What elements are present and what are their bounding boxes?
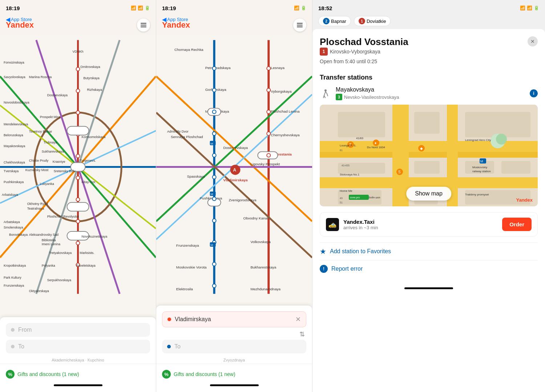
svg-text:Chekhovskaya: Chekhovskaya [4,161,25,164]
tab-barnaul[interactable]: 2 Bapnar [318,16,351,26]
svg-text:Бейн шоп: Бейн шоп [369,196,380,199]
svg-text:Vladimirskaya: Vladimirskaya [223,178,248,182]
svg-text:◆: ◆ [420,146,423,150]
svg-text:Ploshchad Lenina: Ploshchad Lenina [271,109,300,113]
swap-button-2[interactable]: ⇅ [299,330,306,338]
signal-icon-2: 📶 [294,5,299,11]
panel-divider-2 [156,364,312,364]
svg-text:Polyanka: Polyanka [42,264,55,267]
menu-button-2[interactable] [293,19,306,32]
svg-text:81: 81 [340,149,343,151]
transfer-walk-icon [320,88,331,99]
detail-tabs: 2 Bapnar 1 Doviatkie [312,16,545,29]
menu-button-1[interactable] [137,19,150,32]
status-icons-2: 📶 🔋 [294,5,306,11]
gifts-bar-2[interactable]: % Gifts and discounts (1 new) [162,367,306,380]
clear-button-2[interactable]: ✕ [295,315,301,323]
order-button[interactable]: Order [502,218,532,231]
svg-text:♦: ♦ [375,141,376,145]
status-time-2: 18:19 [162,5,176,11]
gifts-bar-1[interactable]: % Gifts and discounts (1 new) [6,367,150,380]
svg-text:Tsvetnoy Bulvar: Tsvetnoy Bulvar [29,130,52,133]
svg-point-119 [267,66,270,70]
svg-text:Novoslobodskaya: Novoslobodskaya [4,101,29,104]
svg-text:Oktyabrskaya: Oktyabrskaya [29,289,49,293]
tab-label-barnaul: Bapnar [331,19,346,24]
svg-text:Frunzenskaya: Frunzenskaya [4,284,24,287]
svg-point-122 [267,132,270,136]
svg-text:Mezhdunarodnaya: Mezhdunarodnaya [250,287,280,291]
metro-map-2[interactable]: Lesnaya Vyborgskaya Ploshchad Lenina Che… [156,0,312,334]
map-preview[interactable]: T ♦ S ◆ M Lounge P. S. 81 41/83 Du Nord … [320,105,538,206]
menu-line [141,25,146,25]
svg-text:Du Nord 1834: Du Nord 1834 [367,146,385,149]
svg-text:Biblioteka: Biblioteka [42,238,56,242]
svg-point-11 [76,89,80,93]
from-field-1[interactable]: From [6,323,150,337]
transfer-section-title: Transfer stations [320,74,538,81]
svg-text:Chistie Prudy: Chistie Prudy [29,159,49,162]
svg-point-118 [213,284,216,288]
svg-point-117 [213,262,216,266]
svg-text:Spasskaya: Spasskaya [187,174,205,178]
report-error-row[interactable]: ! Report error [320,260,538,277]
svg-text:Tretyakovskaya: Tretyakovskaya [49,251,72,255]
to-dot-2 [167,345,171,348]
svg-text:Butyrskaya: Butyrskaya [83,76,99,80]
detail-status-icons: 📶 📶 🔋 [520,5,539,11]
svg-text:Ligovsky Prospekt: Ligovsky Prospekt [250,162,280,166]
add-favorites-row[interactable]: ★ Add station to Favorites [320,242,538,260]
close-button[interactable]: ✕ [528,36,538,47]
tab-devyatkino[interactable]: 1 Doviatkie [354,16,391,26]
signal-icon-3: 📶 [520,5,525,11]
to-input-1[interactable]: To [18,343,24,350]
station-hours: Open from 5:40 until 0:25 [320,58,408,64]
svg-text:M: M [211,142,213,145]
from-field-2[interactable]: Vladimirskaya ✕ [162,311,306,327]
svg-point-17 [76,219,80,223]
line-number-badge: 1 [320,48,328,56]
svg-text:Traktirny promysei: Traktirny promysei [465,193,489,196]
svg-text:Marksists.: Marksists. [80,251,94,255]
to-input-2[interactable]: To [174,343,181,350]
svg-text:41/83: 41/83 [356,137,364,140]
to-field-2[interactable]: To [162,340,306,353]
svg-text:Chornaya Rechka: Chornaya Rechka [174,48,203,52]
tab-label-devyatkino: Doviatkie [367,19,386,24]
gifts-icon-2: % [162,370,171,379]
panel-divider-1 [0,364,156,364]
svg-point-111 [213,132,216,136]
svg-rect-138 [320,152,538,158]
show-map-button[interactable]: Show map [406,187,451,201]
svg-text:Arbatskaya: Arbatskaya [4,220,20,224]
svg-text:railway station: railway station [472,170,491,173]
bottom-panel-2: Vladimirskaya ✕ ⇅ To Zvyozdnaya % Gifts … [156,306,312,392]
svg-text:Moskovskiy: Moskovskiy [472,166,487,169]
appstore-back-1[interactable]: ◀ App Store [6,16,32,23]
svg-text:Fonvizinskaya: Fonvizinskaya [4,61,24,64]
svg-text:Paveletskaya: Paveletskaya [76,264,96,267]
metro-map-1[interactable]: Dmitrovskaya Fonvizinskaya VDNKh Butyrsk… [0,0,156,334]
line-name: Kirovsko-Vyborgskaya [330,49,380,54]
svg-text:Serpukhovskaya: Serpukhovskaya [47,278,71,282]
svg-text:Home Me: Home Me [340,189,352,193]
svg-text:Belorusskaya: Belorusskaya [4,133,23,137]
alert-icon: ! [320,265,328,273]
wifi-icon-3: 📶 [527,5,532,11]
transfer-info-mayakovskaya: Mayakovskaya 3 Nevsko-Vasileostrovskaya [336,86,525,100]
transfer-info-button[interactable]: i [530,89,538,97]
add-favorites-text: Add station to Favorites [330,248,391,255]
to-field-1[interactable]: To [6,340,150,353]
svg-text:Lubyanka: Lubyanka [40,182,54,186]
appstore-back-2[interactable]: ◀ App Store [162,16,188,23]
svg-point-108 [213,66,216,70]
svg-text:Mendeleevskaya: Mendeleevskaya [4,122,28,126]
svg-point-120 [267,88,270,92]
svg-rect-143 [414,112,440,134]
svg-rect-148 [501,161,530,174]
taxi-eta: arrives in ~3 min [343,225,498,230]
svg-text:Chernyshevskaya: Chernyshevskaya [271,133,300,137]
from-input-1[interactable]: From [18,327,32,333]
transfer-item-mayakovskaya[interactable]: Mayakovskaya 3 Nevsko-Vasileostrovskaya … [320,86,538,100]
svg-rect-142 [338,112,385,137]
